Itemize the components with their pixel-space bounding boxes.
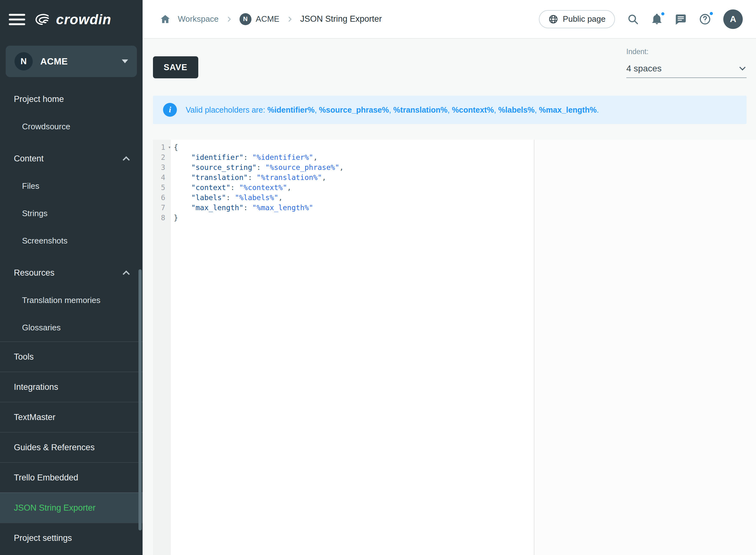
sidebar-item-translation-memories[interactable]: Translation memories (0, 287, 142, 314)
breadcrumb-org[interactable]: N ACME (240, 13, 280, 25)
hamburger-menu-icon[interactable] (9, 14, 25, 25)
json-punctuation: , (287, 183, 291, 191)
topbar: Workspace N ACME JSON String Exporter Pu… (142, 0, 756, 39)
breadcrumb-page-title: JSON String Exporter (300, 14, 382, 24)
crowdin-logo[interactable]: crowdin (34, 12, 112, 27)
help-icon[interactable] (699, 13, 711, 26)
sidebar-item-label: Glossaries (22, 323, 61, 333)
main-content: SAVE Indent: 4 spaces i Valid placeholde… (142, 39, 756, 555)
json-key: "max_length" (191, 204, 243, 212)
info-banner: i Valid placeholders are: %identifier%, … (153, 96, 747, 124)
sidebar-item-label: Tools (14, 352, 34, 362)
sidebar-item-label: Resources (14, 268, 54, 278)
json-punctuation: } (174, 214, 178, 222)
line-number: 5 (153, 182, 170, 193)
json-value: "%identifier%" (252, 153, 313, 161)
json-punctuation (174, 194, 191, 202)
sidebar-item-label: JSON String Exporter (14, 503, 96, 513)
chevron-right-icon (286, 16, 293, 23)
sidebar-item-screenshots[interactable]: Screenshots (0, 227, 142, 255)
json-punctuation: : (248, 173, 256, 181)
org-name: ACME (40, 56, 68, 67)
editor-gutter: 1▾2345678 (153, 140, 171, 555)
notifications-bell-icon[interactable] (651, 13, 663, 25)
json-key: "source_string" (191, 163, 256, 171)
sidebar-item-project-home[interactable]: Project home (0, 85, 142, 113)
sidebar-item-tools[interactable]: Tools (0, 341, 142, 372)
code-editor[interactable]: 1▾2345678 { "identifier": "%identifier%"… (153, 140, 756, 555)
sidebar-item-label: Files (22, 181, 39, 191)
chevron-down-icon (739, 64, 746, 71)
placeholder-token: %context% (452, 105, 494, 114)
indent-select[interactable]: 4 spaces (626, 60, 747, 78)
save-button[interactable]: SAVE (153, 56, 198, 78)
json-value: "%source_phrase%" (265, 163, 339, 171)
json-value: "%max_length%" (252, 204, 313, 212)
sidebar-nav: Project homeCrowdsourceContentFilesStrin… (0, 85, 142, 553)
json-value: "%translation%" (256, 173, 322, 181)
org-badge: N (240, 13, 251, 25)
sidebar-item-label: Project settings (14, 533, 72, 543)
json-punctuation (174, 153, 191, 161)
crowdin-bird-icon (34, 13, 52, 26)
notification-dot (660, 11, 665, 16)
placeholder-token: %max_length% (539, 105, 596, 114)
json-key: "context" (191, 183, 230, 191)
user-avatar[interactable]: A (723, 9, 743, 29)
placeholder-list: %identifier%, %source_phrase%, %translat… (267, 105, 599, 114)
org-avatar: N (14, 52, 33, 71)
sidebar-item-glossaries[interactable]: Glossaries (0, 314, 142, 341)
print-margin-ruler (534, 140, 535, 555)
sidebar-item-label: Project home (14, 94, 64, 104)
json-punctuation: : (244, 204, 252, 212)
org-selector[interactable]: N ACME (6, 46, 137, 77)
sidebar-item-textmaster[interactable]: TextMaster (0, 402, 142, 432)
sidebar-item-files[interactable]: Files (0, 172, 142, 200)
sidebar-item-trello-embedded[interactable]: Trello Embedded (0, 462, 142, 493)
json-punctuation: { (174, 143, 178, 151)
sidebar-item-label: Integrations (14, 382, 58, 392)
line-number: 6 (153, 193, 170, 203)
sidebar-scrollbar-thumb[interactable] (138, 269, 142, 530)
crowdin-logo-text: crowdin (56, 12, 112, 27)
info-prefix: Valid placeholders are: (186, 105, 267, 114)
line-number: 4 (153, 172, 170, 182)
sidebar-item-guides-references[interactable]: Guides & References (0, 432, 142, 462)
placeholder-token: %translation% (393, 105, 448, 114)
json-key: "translation" (191, 173, 248, 181)
sidebar-item-label: Content (14, 154, 44, 164)
sidebar-item-label: Translation memories (22, 295, 100, 305)
chevron-right-icon (226, 16, 233, 23)
sidebar-item-content[interactable]: Content (0, 145, 142, 172)
sidebar-item-crowdsource[interactable]: Crowdsource (0, 113, 142, 140)
sidebar-item-project-settings[interactable]: Project settings (0, 523, 142, 553)
sidebar-item-integrations[interactable]: Integrations (0, 372, 142, 402)
placeholder-token: %source_phrase% (319, 105, 389, 114)
json-punctuation: : (256, 163, 265, 171)
line-number: 1▾ (153, 142, 170, 152)
line-number: 8 (153, 213, 170, 223)
public-page-button[interactable]: Public page (539, 10, 615, 28)
search-icon[interactable] (627, 13, 639, 25)
json-punctuation (174, 204, 191, 212)
breadcrumb-workspace[interactable]: Workspace (178, 14, 219, 24)
sidebar-item-strings[interactable]: Strings (0, 200, 142, 227)
json-punctuation (174, 163, 191, 171)
print-margin-shade (535, 140, 756, 555)
sidebar-item-label: Screenshots (22, 236, 68, 246)
home-icon[interactable] (160, 13, 171, 25)
sidebar-item-resources[interactable]: Resources (0, 259, 142, 287)
json-key: "identifier" (191, 153, 243, 161)
sidebar-item-label: Crowdsource (22, 122, 70, 131)
sidebar-item-label: Guides & References (14, 443, 95, 453)
breadcrumb-org-name: ACME (256, 14, 280, 24)
json-key: "labels" (191, 194, 226, 202)
sidebar-item-label: Strings (22, 209, 47, 218)
sidebar: crowdin N ACME Project homeCrowdsourceCo… (0, 0, 142, 555)
sidebar-item-json-string-exporter[interactable]: JSON String Exporter (0, 493, 142, 523)
json-value: "%labels%" (235, 194, 278, 202)
line-number: 3 (153, 162, 170, 172)
messages-icon[interactable] (675, 13, 687, 25)
public-page-label: Public page (563, 14, 605, 24)
topbar-actions: Public page (539, 9, 743, 29)
